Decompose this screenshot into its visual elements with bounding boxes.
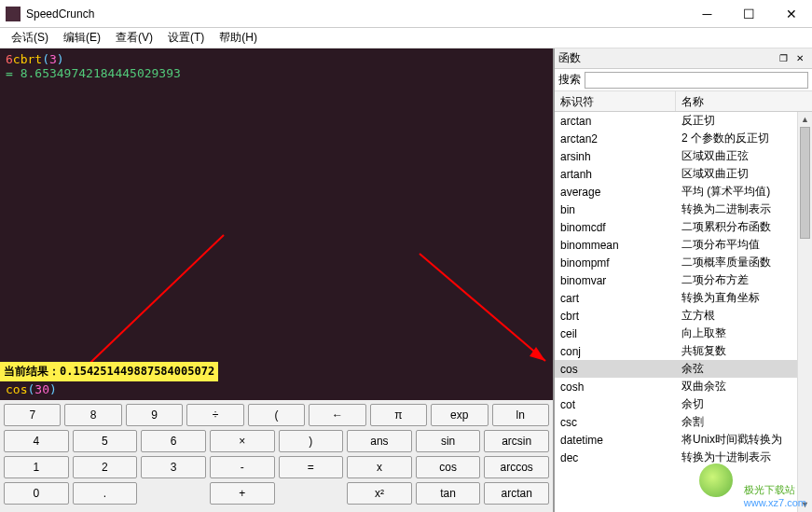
- key-←[interactable]: ←: [309, 404, 365, 426]
- function-row-arctan[interactable]: arctan反正切: [555, 112, 812, 130]
- key-([interactable]: (: [248, 404, 305, 426]
- menu-settings[interactable]: 设置(T): [160, 28, 212, 48]
- expression-input[interactable]: cos(30): [0, 381, 553, 400]
- function-row-csc[interactable]: csc余割: [555, 413, 812, 431]
- key-7[interactable]: 7: [4, 404, 61, 426]
- key-8[interactable]: 8: [64, 404, 121, 426]
- minimize-button[interactable]: ─: [686, 0, 728, 28]
- function-id: cot: [555, 397, 676, 412]
- key-cos[interactable]: cos: [416, 456, 481, 478]
- search-row: 搜索: [555, 69, 812, 91]
- key-tan[interactable]: tan: [416, 482, 481, 505]
- maximize-button[interactable]: ☐: [728, 0, 770, 28]
- function-row-datetime[interactable]: datetime将Unix时间戳转换为: [555, 431, 812, 449]
- function-id: ceil: [555, 326, 676, 341]
- scroll-down-icon[interactable]: ▼: [798, 497, 812, 512]
- key-0[interactable]: 0: [4, 482, 69, 505]
- function-row-cbrt[interactable]: cbrt立方根: [555, 307, 812, 325]
- function-row-conj[interactable]: conj共轭复数: [555, 342, 812, 360]
- function-row-dec[interactable]: dec转换为十进制表示: [555, 449, 812, 466]
- function-row-binomcdf[interactable]: binomcdf二项累积分布函数: [555, 218, 812, 236]
- functions-panel-header: 函数 ❐ ✕: [555, 48, 812, 69]
- function-row-ceil[interactable]: ceil向上取整: [555, 325, 812, 342]
- function-row-bin[interactable]: bin转换为二进制表示: [555, 201, 812, 218]
- dock-icon[interactable]: ❐: [775, 50, 791, 67]
- column-header-name[interactable]: 名称: [676, 91, 812, 111]
- key-2[interactable]: 2: [73, 456, 138, 478]
- current-result-label: 当前结果：: [4, 365, 60, 378]
- function-name: 二项累积分布函数: [676, 218, 812, 236]
- function-id: arctan2: [555, 131, 676, 146]
- key-4[interactable]: 4: [4, 430, 69, 452]
- function-id: cos: [555, 362, 676, 377]
- functions-table: 标识符 名称 arctan反正切arctan22 个参数的反正切arsinh区域…: [555, 91, 812, 512]
- function-row-cart[interactable]: cart转换为直角坐标: [555, 289, 812, 307]
- menu-session[interactable]: 会话(S): [4, 28, 56, 48]
- function-name: 2 个参数的反正切: [676, 130, 812, 147]
- close-panel-icon[interactable]: ✕: [791, 50, 808, 67]
- function-name: 转换为直角坐标: [676, 289, 812, 307]
- key-6[interactable]: 6: [141, 430, 206, 452]
- current-result-bar: 当前结果：0.154251449887584005072: [0, 362, 218, 381]
- console-output[interactable]: 6cbrt(3) = 8.65349742184445029393 当前结果：0…: [0, 48, 553, 381]
- key-+[interactable]: +: [210, 482, 275, 505]
- app-icon: [6, 7, 21, 21]
- key-÷[interactable]: ÷: [186, 404, 243, 426]
- key-)[interactable]: ): [279, 430, 344, 452]
- key-3[interactable]: 3: [141, 456, 206, 478]
- menu-help[interactable]: 帮助(H): [212, 28, 265, 48]
- key-π[interactable]: π: [370, 404, 427, 426]
- function-id: artanh: [555, 167, 676, 182]
- console-expression: 6cbrt(3): [6, 52, 547, 66]
- function-id: cbrt: [555, 309, 676, 324]
- key-arctan[interactable]: arctan: [484, 482, 549, 505]
- keypad: 789÷(←πexpln456×)anssinarcsin123-=xcosar…: [0, 400, 553, 512]
- function-row-artanh[interactable]: artanh区域双曲正切: [555, 165, 812, 183]
- column-header-id[interactable]: 标识符: [555, 91, 676, 111]
- function-row-binomvar[interactable]: binomvar二项分布方差: [555, 271, 812, 289]
- key-ln[interactable]: ln: [492, 404, 549, 426]
- key--[interactable]: -: [210, 456, 275, 478]
- function-row-cot[interactable]: cot余切: [555, 395, 812, 413]
- function-id: dec: [555, 450, 676, 465]
- function-row-cos[interactable]: cos余弦: [555, 360, 812, 378]
- key-9[interactable]: 9: [126, 404, 183, 426]
- scroll-up-icon[interactable]: ▲: [798, 112, 812, 127]
- function-id: average: [555, 185, 676, 200]
- menu-edit[interactable]: 编辑(E): [56, 28, 108, 48]
- function-name: 余切: [676, 395, 812, 413]
- search-label: 搜索: [558, 72, 581, 88]
- function-row-binommean[interactable]: binommean二项分布平均值: [555, 236, 812, 254]
- function-row-average[interactable]: average平均 (算术平均值): [555, 183, 812, 201]
- function-row-arctan2[interactable]: arctan22 个参数的反正切: [555, 130, 812, 147]
- search-input[interactable]: [585, 72, 808, 89]
- annotation-arrow-right: [410, 244, 553, 375]
- key-x[interactable]: x: [347, 456, 412, 478]
- menu-view[interactable]: 查看(V): [108, 28, 160, 48]
- key-1[interactable]: 1: [4, 456, 69, 478]
- close-button[interactable]: ✕: [770, 0, 812, 28]
- key-x²[interactable]: x²: [347, 482, 412, 505]
- function-row-binompmf[interactable]: binompmf二项概率质量函数: [555, 254, 812, 271]
- scroll-thumb[interactable]: [800, 127, 810, 239]
- function-row-cosh[interactable]: cosh双曲余弦: [555, 378, 812, 395]
- key-sin[interactable]: sin: [416, 430, 481, 452]
- key-.[interactable]: .: [73, 482, 138, 505]
- key-ans[interactable]: ans: [347, 430, 412, 452]
- function-row-arsinh[interactable]: arsinh区域双曲正弦: [555, 147, 812, 165]
- scrollbar[interactable]: ▲ ▼: [797, 112, 812, 512]
- menubar: 会话(S) 编辑(E) 查看(V) 设置(T) 帮助(H): [0, 28, 812, 48]
- key-=[interactable]: =: [279, 456, 344, 478]
- titlebar: SpeedCrunch ─ ☐ ✕: [0, 0, 812, 28]
- function-name: 转换为十进制表示: [676, 449, 812, 466]
- function-id: bin: [555, 202, 676, 217]
- function-id: cosh: [555, 380, 676, 394]
- key-5[interactable]: 5: [73, 430, 138, 452]
- key-×[interactable]: ×: [210, 430, 275, 452]
- key-exp[interactable]: exp: [431, 404, 488, 426]
- svg-line-2: [420, 254, 545, 361]
- key-arcsin[interactable]: arcsin: [484, 430, 549, 452]
- function-id: arctan: [555, 114, 676, 129]
- key-arccos[interactable]: arccos: [484, 456, 549, 478]
- function-id: binomcdf: [555, 220, 676, 235]
